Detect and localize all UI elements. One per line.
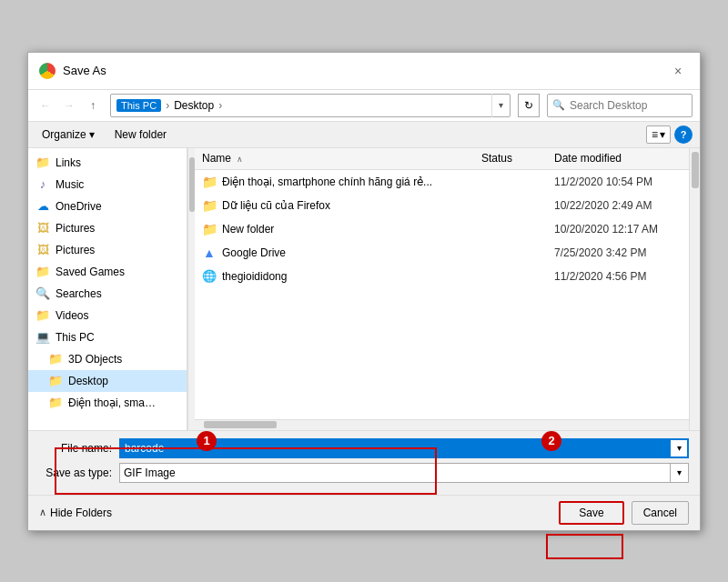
searches-icon: 🔍: [35, 286, 50, 301]
sidebar-label-pictures1: Pictures: [56, 222, 95, 235]
sidebar-label-3dobjects: 3D Objects: [68, 353, 122, 366]
refresh-button[interactable]: ↻: [518, 94, 540, 117]
badge-2: 2: [541, 431, 561, 451]
sidebar-label-desktop: Desktop: [68, 375, 108, 387]
file-folder-icon-3: 📁: [202, 222, 217, 236]
pictures-icon-1: 🖼: [35, 221, 50, 236]
savetype-arrow[interactable]: ▾: [671, 463, 689, 483]
horizontal-scrollbar[interactable]: [195, 419, 689, 430]
googledrive-icon: ▲: [202, 246, 217, 260]
savetype-row: Save as type: GIF Image ▾: [39, 463, 689, 483]
sidebar: 📁 Links ♪ Music ☁ OneDrive 🖼 Pictures 🖼: [28, 148, 187, 430]
music-icon: ♪: [35, 177, 50, 192]
file-name-1: Điện thoại, smartphone chính hãng giá rẻ…: [222, 176, 470, 188]
sort-arrow: ∧: [237, 155, 243, 164]
close-button[interactable]: ×: [667, 60, 689, 82]
scrollbar-thumb: [204, 421, 277, 428]
file-row-dienthoai[interactable]: 📁 Điện thoại, smartphone chính hãng giá …: [195, 170, 689, 194]
file-folder-icon-1: 📁: [202, 175, 217, 189]
sidebar-item-videos[interactable]: 📁 Videos: [28, 305, 187, 326]
sidebar-label-music: Music: [56, 178, 84, 191]
sidebar-item-savedgames[interactable]: 📁 Saved Games: [28, 261, 187, 283]
save-button[interactable]: Save: [559, 501, 623, 525]
view-button[interactable]: ≡ ▾: [646, 125, 671, 144]
hide-folders-button[interactable]: ∧ Hide Folders: [39, 507, 112, 519]
filename-label: File name:: [39, 442, 112, 455]
filename-dropdown[interactable]: ▾: [671, 438, 689, 458]
sidebar-item-onedrive[interactable]: ☁ OneDrive: [28, 196, 187, 217]
folder-icon: 📁: [35, 156, 50, 170]
badge-1: 1: [197, 431, 217, 451]
sidebar-item-links[interactable]: 📁 Links: [28, 152, 187, 174]
savedgames-icon: 📁: [35, 265, 50, 279]
forward-button[interactable]: →: [59, 95, 79, 115]
action-bar: Organize ▾ New folder ≡ ▾ ?: [28, 122, 700, 148]
sidebar-item-pictures2[interactable]: 🖼 Pictures: [28, 239, 187, 261]
file-date-2: 10/22/2020 2:49 AM: [554, 199, 682, 212]
desktop-icon: 📁: [48, 374, 63, 388]
pictures-icon-2: 🖼: [35, 243, 50, 257]
file-name-2: Dữ liệu cũ của Firefox: [222, 199, 470, 212]
sidebar-item-desktop[interactable]: 📁 Desktop: [28, 370, 187, 392]
search-input[interactable]: [570, 99, 679, 112]
hide-folders-label: Hide Folders: [50, 507, 112, 519]
file-scrollbar[interactable]: [689, 148, 700, 430]
navigation-toolbar: ← → ↑ This PC › Desktop › ▾ ↻ 🔍: [28, 90, 700, 122]
sidebar-item-dienthoai[interactable]: 📁 Điện thoại, smartphone chính hãng gi..…: [28, 392, 187, 414]
up-button[interactable]: ↑: [83, 95, 103, 115]
file-name-4: Google Drive: [222, 246, 470, 259]
savetype-label: Save as type:: [39, 467, 112, 479]
view-icon: ≡: [652, 128, 658, 141]
address-bar[interactable]: This PC › Desktop › ▾: [110, 94, 511, 117]
search-box[interactable]: 🔍: [547, 94, 693, 117]
sidebar-label-pictures2: Pictures: [56, 244, 95, 256]
organize-button[interactable]: Organize ▾: [35, 125, 101, 145]
sidebar-label-links: Links: [56, 156, 81, 169]
highlight-save: [546, 534, 623, 559]
breadcrumb-desktop: Desktop: [174, 99, 214, 112]
sidebar-item-pictures1[interactable]: 🖼 Pictures: [28, 217, 187, 239]
sidebar-item-music[interactable]: ♪ Music: [28, 174, 187, 196]
file-row-googledrive[interactable]: ▲ Google Drive 7/25/2020 3:42 PM: [195, 241, 689, 265]
onedrive-icon: ☁: [35, 199, 50, 214]
dialog-title: Save As: [63, 64, 106, 77]
3dobjects-icon: 📁: [48, 352, 63, 366]
hide-arrow-icon: ∧: [39, 507, 46, 518]
col-status-header: Status: [481, 152, 554, 165]
sidebar-scrollbar[interactable]: [187, 148, 195, 430]
sidebar-item-3dobjects[interactable]: 📁 3D Objects: [28, 348, 187, 370]
organize-arrow: ▾: [89, 128, 95, 141]
file-name-5: thegioididong: [222, 270, 470, 283]
file-date-4: 7/25/2020 3:42 PM: [554, 246, 682, 259]
col-date-header: Date modified: [554, 152, 682, 165]
file-date-1: 11/2/2020 10:54 PM: [554, 176, 682, 188]
file-date-3: 10/20/2020 12:17 AM: [554, 223, 682, 236]
sidebar-label-videos: Videos: [56, 309, 88, 322]
search-icon: 🔍: [548, 99, 570, 111]
sidebar-label-savedgames: Saved Games: [56, 266, 125, 278]
bottom-inputs: File name: ▾ Save as type: GIF Image ▾: [28, 430, 700, 495]
footer: ∧ Hide Folders Save Cancel: [28, 495, 700, 530]
savetype-wrapper: GIF Image ▾: [119, 463, 689, 483]
file-header: Name ∧ Status Date modified: [195, 148, 689, 170]
help-button[interactable]: ?: [674, 125, 693, 144]
organize-label: Organize: [42, 128, 86, 141]
sidebar-item-searches[interactable]: 🔍 Searches: [28, 283, 187, 305]
file-row-firefox[interactable]: 📁 Dữ liệu cũ của Firefox 10/22/2020 2:49…: [195, 194, 689, 217]
back-button[interactable]: ←: [35, 95, 56, 115]
savetype-select[interactable]: GIF Image: [119, 463, 671, 483]
sidebar-label-onedrive: OneDrive: [56, 200, 102, 213]
cancel-button[interactable]: Cancel: [632, 501, 689, 525]
view-arrow: ▾: [660, 128, 665, 141]
thispc-icon: 💻: [35, 330, 50, 345]
file-row-newfolder[interactable]: 📁 New folder 10/20/2020 12:17 AM: [195, 217, 689, 241]
sidebar-item-thispc[interactable]: 💻 This PC: [28, 326, 187, 348]
new-folder-button[interactable]: New folder: [108, 125, 173, 145]
footer-buttons: Save Cancel: [559, 501, 689, 525]
file-folder-icon-2: 📁: [202, 198, 217, 213]
address-dropdown[interactable]: ▾: [491, 94, 510, 117]
videos-icon: 📁: [35, 308, 50, 323]
breadcrumb-pc: This PC: [116, 99, 161, 112]
col-name-header: Name ∧: [202, 152, 481, 165]
file-row-thegioididong[interactable]: 🌐 thegioididong 11/2/2020 4:56 PM: [195, 265, 689, 288]
